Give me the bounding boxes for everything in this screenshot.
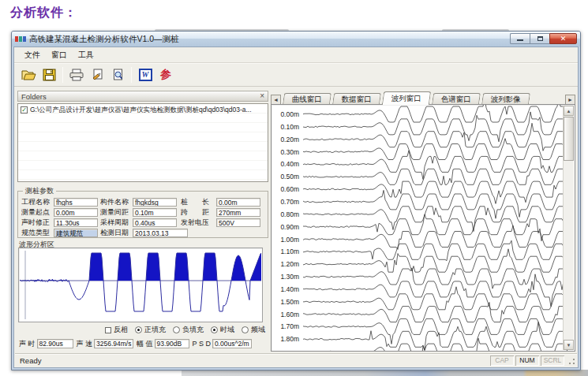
depth-label: 1.40m	[280, 285, 299, 293]
emit-voltage-field[interactable]: 500V	[216, 218, 260, 227]
sample-period-field[interactable]: 0.40us	[133, 218, 177, 227]
tab-curve-window[interactable]: 曲线窗口	[283, 93, 331, 105]
span-distance-field[interactable]: 270mm	[216, 208, 260, 217]
field-label: 发射电压	[181, 218, 214, 228]
invert-checkbox[interactable]	[105, 327, 111, 333]
folders-close-icon[interactable]: ×	[260, 92, 264, 100]
depth-label: 0.70m	[280, 198, 299, 206]
word-icon: W	[139, 69, 152, 81]
scroll-indicator: SCRL	[541, 356, 564, 366]
scroll-down-icon[interactable]: ▼	[564, 340, 574, 350]
depth-label: 1.20m	[280, 260, 299, 268]
measure-interval-field[interactable]: 0.10m	[133, 208, 177, 217]
printer-icon	[69, 69, 84, 81]
sound-time-label: 声 时	[19, 339, 36, 349]
save-button[interactable]	[39, 65, 59, 84]
depth-label: 0.10m	[280, 123, 299, 131]
sound-time-field[interactable]: 82.90us	[37, 339, 73, 348]
tree-item[interactable]: ✓ G:\公司产品设计开发\超声仪器\超声仪实地检测数据\测桩qd\qd03\q…	[21, 106, 265, 114]
tab-wave-train-window[interactable]: 波列窗口	[382, 91, 431, 105]
parameter-char-icon: 参	[160, 68, 171, 82]
folders-tree[interactable]: ✓ G:\公司产品设计开发\超声仪器\超声仪实地检测数据\测桩qd\qd03\q…	[17, 103, 268, 182]
analysis-waveform-svg	[20, 249, 261, 321]
field-label: 检测日期	[100, 228, 130, 238]
field-label: 测量起点	[21, 207, 51, 218]
depth-label: 1.10m	[280, 248, 299, 255]
measure-start-field[interactable]: 0.00m	[54, 208, 98, 217]
waveform-trace	[303, 123, 570, 154]
invert-label: 反相	[114, 325, 128, 335]
close-button[interactable]: ✕	[549, 33, 577, 44]
waveform-trace	[303, 105, 570, 122]
sound-speed-field[interactable]: 3256.94m/s	[94, 339, 133, 348]
pile-length-field[interactable]: 0.00m	[216, 198, 260, 207]
depth-label: 1.50m	[280, 298, 299, 306]
word-export-button[interactable]: W	[135, 65, 155, 84]
domain-time-radio[interactable]	[211, 326, 218, 333]
fill-negative-label: 负填充	[182, 325, 204, 335]
scroll-thumb[interactable]	[564, 117, 574, 161]
waveform-trace	[303, 318, 570, 344]
folders-title: Folders	[21, 92, 260, 101]
open-folder-icon	[21, 69, 36, 81]
depth-label: 0.00m	[280, 110, 299, 118]
field-label: 构件名称	[100, 197, 130, 207]
report-export-button[interactable]	[87, 65, 107, 84]
component-name-field[interactable]: fhgkdsg	[133, 198, 177, 207]
waveform-trace	[303, 225, 570, 249]
psd-field[interactable]: 0.00us^2/m	[212, 339, 252, 348]
waveform-analysis-plot[interactable]	[18, 248, 263, 322]
open-file-button[interactable]	[18, 65, 39, 84]
depth-label: 0.30m	[280, 148, 299, 156]
print-button[interactable]	[66, 65, 87, 84]
right-pane: ◄ 曲线窗口 数据窗口 波列窗口 色谱窗口 波列影像 ► 0.00m0.10m0…	[271, 91, 575, 352]
resize-grip[interactable]	[566, 356, 576, 366]
menu-file[interactable]: 文件	[19, 48, 46, 62]
waveform-trace	[303, 287, 570, 310]
tab-strip: ◄ 曲线窗口 数据窗口 波列窗口 色谱窗口 波列影像 ►	[271, 91, 575, 105]
magnifier-page-icon	[111, 69, 125, 81]
tab-spectrum-window[interactable]: 色谱窗口	[432, 93, 481, 105]
wave-train-svg	[303, 105, 575, 352]
tree-item-checkbox[interactable]: ✓	[21, 106, 28, 114]
maximize-button[interactable]	[530, 33, 549, 44]
waveform-trace	[303, 274, 570, 307]
field-label: 规范类型	[21, 228, 51, 238]
fill-negative-radio[interactable]	[173, 326, 180, 333]
taskbar-artifact	[182, 370, 588, 376]
minimize-button[interactable]	[510, 33, 530, 44]
pile-params-group: 测桩参数 工程名称 fhghs 构件名称 fhgkdsg 桩 长 0.00m 测…	[17, 186, 268, 238]
test-date-field[interactable]: 2013.03.13	[133, 229, 188, 237]
tab-data-window[interactable]: 数据窗口	[332, 93, 381, 105]
wave-train-panel[interactable]: 0.00m0.10m0.20m0.30m0.40m0.50m0.60m0.70m…	[271, 104, 575, 352]
domain-freq-radio[interactable]	[242, 326, 249, 333]
analysis-wave-outline	[20, 253, 261, 311]
depth-label: 0.60m	[280, 185, 299, 193]
amplitude-field[interactable]: 93.90dB	[155, 339, 189, 348]
tab-wave-image-window[interactable]: 波列影像	[481, 93, 530, 105]
depth-label: 1.80m	[280, 335, 299, 343]
time-correction-field[interactable]: 11.30us	[54, 218, 98, 227]
fill-positive-radio[interactable]	[135, 326, 142, 333]
vertical-scrollbar[interactable]: ▲ ▼	[563, 106, 574, 350]
folders-panel-header: Folders ×	[17, 91, 268, 102]
client-area: Folders × ✓ G:\公司产品设计开发\超声仪器\超声仪实地检测数据\测…	[15, 87, 577, 353]
title-bar[interactable]: 高铁建某混凝土检测分析软件V1.0—测桩 ✕	[12, 32, 580, 47]
menu-tools[interactable]: 工具	[73, 48, 99, 62]
parameters-button[interactable]: 参	[155, 65, 176, 84]
window-title: 高铁建某混凝土检测分析软件V1.0—测桩	[29, 34, 179, 45]
waveform-trace	[303, 249, 570, 272]
spec-type-field[interactable]: 建筑规范	[54, 229, 98, 237]
depth-label: 1.00m	[280, 236, 299, 244]
scroll-up-icon[interactable]: ▲	[564, 106, 574, 116]
project-name-field[interactable]: fhghs	[54, 198, 98, 207]
field-label: 声时修正	[21, 218, 51, 228]
status-bar: Ready CAP NUM SCRL	[15, 353, 577, 367]
menu-window[interactable]: 窗口	[46, 48, 73, 62]
status-message: Ready	[15, 356, 490, 365]
sound-speed-label: 声 速	[77, 339, 93, 349]
field-label: 跨 距	[181, 207, 214, 218]
domain-freq-label: 频域	[251, 325, 265, 335]
depth-label: 0.40m	[280, 160, 299, 168]
print-preview-button[interactable]	[107, 65, 128, 84]
